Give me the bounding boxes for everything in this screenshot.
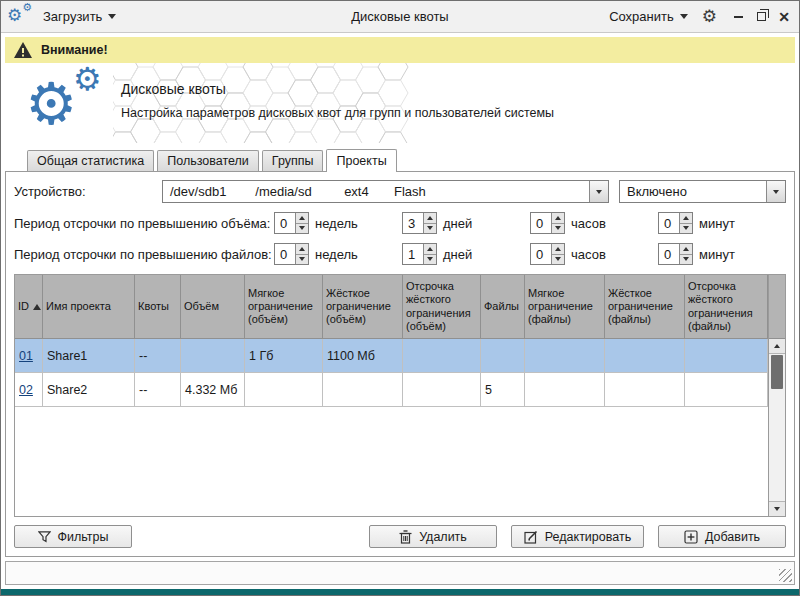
resize-grip[interactable] [779, 569, 792, 582]
quota-status-select[interactable]: Включено [619, 180, 786, 203]
settings-gear-icon[interactable]: ⚙ [702, 8, 717, 25]
delete-button[interactable]: Удалить [369, 525, 497, 548]
tab-projects[interactable]: Проекты [326, 149, 396, 172]
table-empty-area [15, 407, 768, 516]
cell-grace-volume [403, 373, 481, 407]
files-weeks-spinner[interactable]: 0 [274, 243, 309, 265]
dropdown-arrow-icon[interactable] [589, 181, 608, 202]
minutes-unit-label: минут [699, 216, 735, 231]
device-select[interactable]: /dev/sdb1 /media/sd ext4 Flash [162, 180, 609, 203]
projects-panel: Устройство: /dev/sdb1 /media/sd ext4 Fla… [5, 171, 795, 557]
minimize-button[interactable] [731, 10, 745, 24]
projects-table: ID Имя проекта Квоты Объём Мягкое ограни… [14, 274, 786, 517]
grace-files-label: Период отсрочки по превышению файлов: [14, 247, 274, 262]
device-value: /dev/sdb1 /media/sd ext4 Flash [163, 181, 589, 202]
column-header-volume[interactable]: Объём [181, 275, 245, 339]
scroll-down-button[interactable] [769, 501, 785, 516]
volume-days-spinner[interactable]: 3 [402, 212, 437, 234]
spin-up-icon[interactable] [424, 213, 436, 224]
vertical-scrollbar[interactable] [768, 275, 785, 516]
load-menu-label: Загрузить [43, 9, 102, 24]
save-menu-button[interactable]: Сохранить [605, 6, 692, 27]
spin-up-icon[interactable] [424, 244, 436, 255]
spin-up-icon[interactable] [296, 244, 308, 255]
spin-down-icon[interactable] [552, 255, 564, 265]
app-window: ⚙⚙ Загрузить Дисковые квоты Сохранить ⚙ … [0, 0, 800, 596]
warning-banner: Внимание! [5, 37, 795, 63]
column-header-quotas[interactable]: Квоты [135, 275, 181, 339]
table-row[interactable]: 01 Share1 -- 1 Гб 1100 Мб [15, 339, 768, 373]
grace-volume-row: Период отсрочки по превышению объёма: 0 … [14, 212, 786, 234]
cell-soft-limit-volume [245, 373, 323, 407]
page-title: Дисковые квоты [121, 81, 799, 97]
cell-hard-limit-volume [323, 373, 403, 407]
spin-down-icon[interactable] [424, 224, 436, 234]
column-header-id[interactable]: ID [15, 275, 43, 339]
scrollbar-header-cap [769, 275, 785, 339]
cell-quotas: -- [135, 373, 181, 407]
files-days-spinner[interactable]: 1 [402, 243, 437, 265]
scrollbar-track[interactable] [769, 354, 785, 501]
cell-soft-limit-files [525, 339, 605, 373]
quota-status-value: Включено [620, 181, 766, 202]
scrollbar-thumb[interactable] [771, 355, 783, 389]
spin-up-icon[interactable] [552, 213, 564, 224]
spin-down-icon[interactable] [296, 255, 308, 265]
cell-soft-limit-files [525, 373, 605, 407]
cell-volume [181, 339, 245, 373]
maximize-button[interactable] [754, 10, 768, 24]
edit-button[interactable]: Редактировать [511, 525, 644, 548]
tab-general-statistics[interactable]: Общая статистика [27, 150, 154, 171]
scroll-down-icon [774, 507, 780, 511]
cell-soft-limit-volume: 1 Гб [245, 339, 323, 373]
column-header-project-name[interactable]: Имя проекта [43, 275, 135, 339]
days-unit-label: дней [443, 216, 472, 231]
add-button[interactable]: Добавить [658, 525, 786, 548]
spin-up-icon[interactable] [680, 213, 692, 224]
spin-up-icon[interactable] [296, 213, 308, 224]
spin-down-icon[interactable] [552, 224, 564, 234]
volume-minutes-spinner[interactable]: 0 [658, 212, 693, 234]
cell-hard-limit-files [605, 373, 685, 407]
volume-weeks-spinner[interactable]: 0 [274, 212, 309, 234]
dropdown-arrow-icon[interactable] [766, 181, 785, 202]
cell-volume: 4.332 Мб [181, 373, 245, 407]
tab-groups[interactable]: Группы [262, 150, 324, 171]
files-minutes-spinner[interactable]: 0 [658, 243, 693, 265]
column-header-hard-limit-volume[interactable]: Жёсткое ограничение (объём) [323, 275, 403, 339]
sort-ascending-icon [33, 304, 41, 310]
page-header: ⚙ ⚙ Дисковые квоты Настройка параметров … [1, 63, 799, 143]
spin-down-icon[interactable] [296, 224, 308, 234]
project-id-link[interactable]: 02 [19, 383, 33, 397]
column-header-hard-limit-files[interactable]: Жёсткое ограничение (файлы) [605, 275, 685, 339]
tab-users[interactable]: Пользователи [157, 150, 259, 171]
column-header-soft-limit-volume[interactable]: Мягкое ограничение (объём) [245, 275, 323, 339]
cell-grace-volume [403, 339, 481, 373]
device-label: Устройство: [14, 184, 162, 199]
column-header-grace-files[interactable]: Отсрочка жёсткого ограничения (файлы) [685, 275, 768, 339]
spin-up-icon[interactable] [552, 244, 564, 255]
tab-bar: Общая статистика Пользователи Группы Про… [1, 149, 799, 171]
table-row[interactable]: 02 Share2 -- 4.332 Мб 5 [15, 373, 768, 407]
column-header-soft-limit-files[interactable]: Мягкое ограничение (файлы) [525, 275, 605, 339]
volume-hours-spinner[interactable]: 0 [530, 212, 565, 234]
grace-volume-label: Период отсрочки по превышению объёма: [14, 216, 274, 231]
load-menu-button[interactable]: Загрузить [39, 6, 120, 27]
spin-up-icon[interactable] [680, 244, 692, 255]
spin-down-icon[interactable] [680, 255, 692, 265]
filters-button[interactable]: Фильтры [14, 525, 132, 548]
scroll-up-button[interactable] [769, 339, 785, 354]
edit-icon [524, 530, 538, 544]
titlebar: ⚙⚙ Загрузить Дисковые квоты Сохранить ⚙ … [1, 1, 799, 33]
hours-unit-label: часов [571, 216, 606, 231]
files-hours-spinner[interactable]: 0 [530, 243, 565, 265]
column-header-grace-volume[interactable]: Отсрочка жёсткого ограничения (объём) [403, 275, 481, 339]
spin-down-icon[interactable] [680, 224, 692, 234]
column-header-files[interactable]: Файлы [481, 275, 525, 339]
spin-down-icon[interactable] [424, 255, 436, 265]
filter-icon [38, 530, 51, 543]
close-icon: ✕ [778, 10, 790, 24]
project-id-link[interactable]: 01 [19, 349, 33, 363]
cell-project-name: Share2 [43, 373, 135, 407]
close-button[interactable]: ✕ [777, 10, 791, 24]
